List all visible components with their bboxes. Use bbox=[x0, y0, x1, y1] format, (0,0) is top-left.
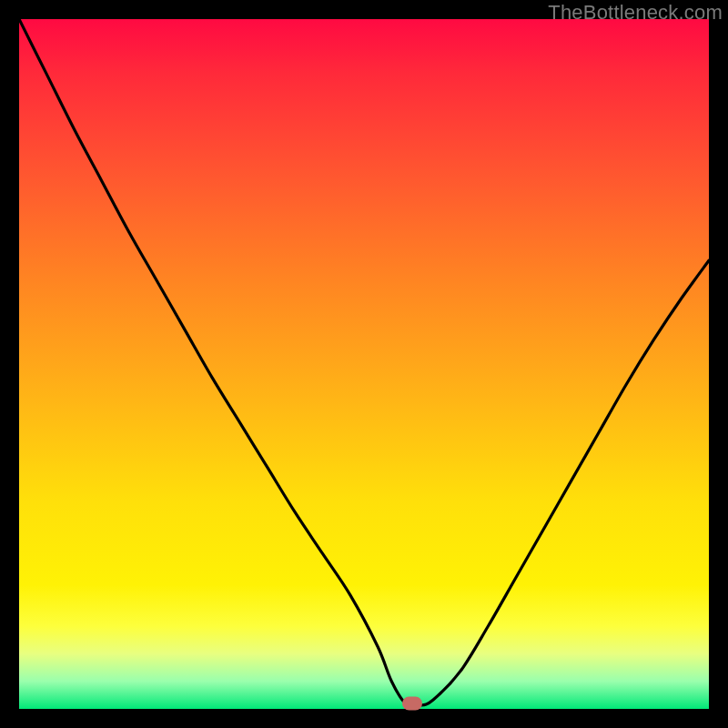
watermark-text: TheBottleneck.com bbox=[548, 1, 723, 25]
bottleneck-marker bbox=[402, 696, 422, 710]
bottleneck-curve bbox=[19, 19, 709, 709]
chart-frame: TheBottleneck.com bbox=[0, 0, 728, 728]
plot-area bbox=[19, 19, 709, 709]
